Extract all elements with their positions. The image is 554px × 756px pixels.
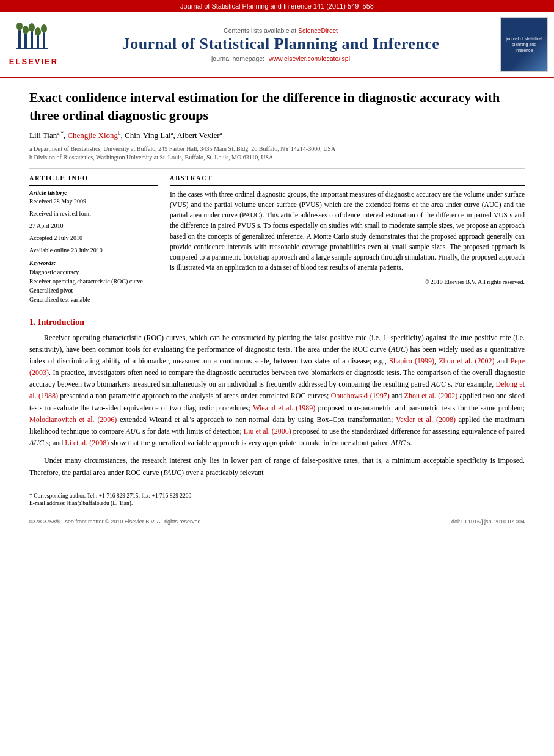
footnote-email: E-mail address: ltian@buffalo.edu (L. Ti…: [29, 500, 525, 506]
bottom-bar: 0378-3758/$ - see front matter © 2010 El…: [29, 515, 525, 525]
abstract-divider: [170, 185, 525, 186]
footnote-corresponding-author: * Corresponding author. Tel.: +1 716 829…: [29, 493, 525, 499]
available-online: Available online 23 July 2010: [29, 246, 158, 255]
intro-paragraph-1: Receiver-operating characteristic (ROC) …: [29, 332, 525, 449]
author-chengjie-xiong[interactable]: Chengjie Xiong: [67, 131, 118, 140]
abstract-heading: ABSTRACT: [170, 175, 525, 181]
keyword-4: Generalized test variable: [29, 295, 158, 304]
abstract-text: In the cases with three ordinal diagnost…: [170, 189, 525, 274]
affiliation-b: b Division of Biostatistics, Washington …: [29, 153, 525, 162]
keywords-section: Keywords: Diagnostic accuracy Receiver o…: [29, 260, 158, 304]
sciencedirect-link[interactable]: ScienceDirect: [298, 27, 338, 34]
contents-available-line: Contents lists available at ScienceDirec…: [71, 27, 490, 34]
article-info-divider: [29, 185, 158, 186]
issn-text: 0378-3758/$ - see front matter © 2010 El…: [29, 518, 202, 525]
journal-cover-thumbnail: journal of statistical planning and infe…: [500, 17, 548, 72]
svg-point-8: [35, 27, 41, 36]
keywords-label: Keywords:: [29, 260, 158, 266]
article-info-heading: ARTICLE INFO: [29, 175, 158, 181]
elsevier-logo: ELSEVIER: [6, 23, 61, 66]
abstract-column: ABSTRACT In the cases with three ordinal…: [170, 175, 525, 304]
accepted-date: Accepted 2 July 2010: [29, 234, 158, 242]
ref-liu[interactable]: Liu et al. (2006): [244, 427, 291, 435]
affiliations: a Department of Biostatistics, Universit…: [29, 145, 525, 162]
author-chin-ying-lai: Chin-Ying Lai: [125, 131, 170, 140]
article-history-label: Article history:: [29, 189, 158, 196]
intro-paragraph-2: Under many circumstances, the research i…: [29, 455, 525, 478]
author-albert-vexler: Albert Vexler: [177, 131, 219, 140]
header-divider: [29, 168, 525, 169]
ref-obuchowski[interactable]: Obuchowski (1997): [331, 391, 390, 400]
svg-rect-10: [16, 48, 48, 49]
svg-point-9: [41, 24, 47, 33]
svg-point-5: [16, 23, 23, 31]
introduction-section: 1. Introduction Receiver-operating chara…: [29, 318, 525, 479]
svg-point-7: [29, 23, 35, 32]
section-1-title: 1. Introduction: [29, 318, 525, 327]
copyright-line: © 2010 Elsevier B.V. All rights reserved…: [170, 278, 525, 285]
received-date: Received 28 May 2009: [29, 197, 158, 206]
article-info-column: ARTICLE INFO Article history: Received 2…: [29, 175, 158, 304]
keyword-3: Generalized pivot: [29, 286, 158, 295]
revised-date: 27 April 2010: [29, 222, 158, 230]
article-title: Exact confidence interval estimation for…: [29, 89, 525, 124]
article-meta-columns: ARTICLE INFO Article history: Received 2…: [29, 175, 525, 304]
keyword-1: Diagnostic accuracy: [29, 267, 158, 277]
ref-zhou2002b[interactable]: Zhou et al. (2002): [404, 391, 458, 400]
elsevier-wordmark: ELSEVIER: [9, 57, 58, 66]
ref-molod[interactable]: Molodianovitch et al. (2006): [29, 415, 117, 424]
svg-point-6: [23, 26, 29, 34]
ref-zhou2002[interactable]: Zhou et al. (2002): [439, 357, 495, 365]
revised-label: Received in revised form: [29, 209, 158, 218]
journal-header: ELSEVIER Contents lists available at Sci…: [0, 12, 554, 78]
journal-homepage-link[interactable]: www.elsevier.com/locate/jspi: [269, 55, 350, 62]
journal-citation-bar: Journal of Statistical Planning and Infe…: [0, 0, 554, 12]
journal-homepage-line: journal homepage: www.elsevier.com/locat…: [71, 55, 490, 62]
doi-text: doi:10.1016/j.jspi.2010.07.004: [451, 518, 525, 525]
footer-notes: * Corresponding author. Tel.: +1 716 829…: [29, 490, 525, 506]
ref-wieand[interactable]: Wieand et al. (1989): [253, 404, 315, 412]
main-content: Exact confidence interval estimation for…: [0, 78, 554, 537]
journal-citation-text: Journal of Statistical Planning and Infe…: [180, 2, 374, 10]
authors-line: Lili Tiana,*, Chengjie Xiongb, Chin-Ying…: [29, 130, 525, 140]
affiliation-a: a Department of Biostatistics, Universit…: [29, 145, 525, 153]
keyword-2: Receiver operating characteristic (ROC) …: [29, 277, 158, 286]
author-lili-tian: Lili Tian: [29, 131, 57, 140]
journal-center: Contents lists available at ScienceDirec…: [71, 27, 490, 62]
journal-title: Journal of Statistical Planning and Infe…: [71, 35, 490, 53]
ref-li[interactable]: Li et al. (2008): [65, 438, 109, 447]
ref-vexler[interactable]: Vexler et al. (2008): [396, 415, 456, 424]
ref-shapiro[interactable]: Shapiro (1999): [389, 357, 434, 365]
